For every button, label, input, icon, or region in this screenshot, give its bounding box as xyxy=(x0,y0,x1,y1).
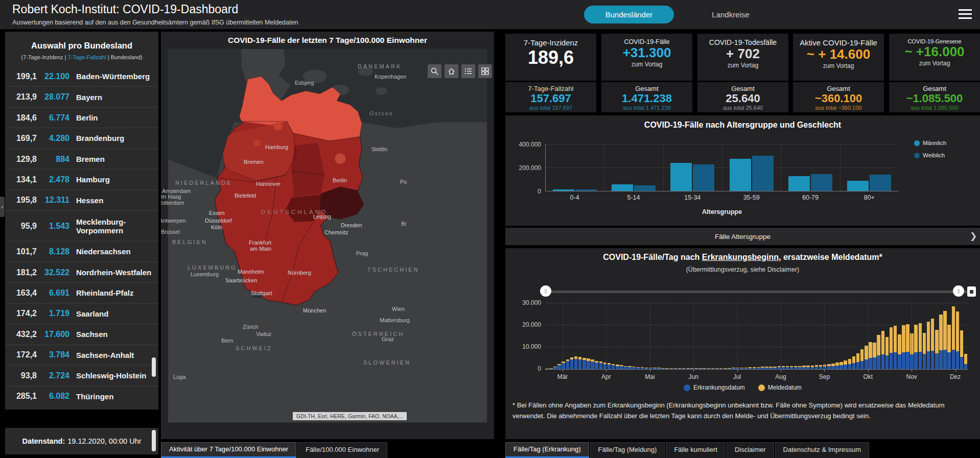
daily-bar-erkrankung[interactable] xyxy=(769,368,773,369)
daily-bar-meldung[interactable] xyxy=(794,366,798,367)
daily-bar-erkrankung[interactable] xyxy=(707,369,711,369)
daily-bar-erkrankung[interactable] xyxy=(582,360,586,369)
daily-bar-meldung[interactable] xyxy=(711,368,715,369)
tab[interactable]: Aktivität über 7 Tage/100.000 Einwohner xyxy=(161,442,296,458)
daily-bar-erkrankung[interactable] xyxy=(736,368,739,369)
daily-bar-erkrankung[interactable] xyxy=(827,366,831,369)
age-bar-weiblich[interactable] xyxy=(575,189,597,191)
daily-bar-erkrankung[interactable] xyxy=(749,368,752,369)
daily-bar-meldung[interactable] xyxy=(732,368,735,368)
legend-meldedatum[interactable]: Meldedatum xyxy=(758,384,802,391)
daily-bar-erkrankung[interactable] xyxy=(852,363,856,369)
daily-bar-meldung[interactable] xyxy=(749,367,752,368)
daily-bar-erkrankung[interactable] xyxy=(869,358,872,369)
map-panel[interactable]: COVID-19-Fälle der letzten 7 Tage/100.00… xyxy=(161,32,494,439)
daily-bar-erkrankung[interactable] xyxy=(670,368,673,369)
slider-handle-right[interactable]: || xyxy=(953,285,964,297)
daily-bar-meldung[interactable] xyxy=(848,359,852,364)
daily-bar-erkrankung[interactable] xyxy=(724,368,727,369)
daily-bar-erkrankung[interactable] xyxy=(587,361,590,369)
daily-bar-meldung[interactable] xyxy=(620,365,623,366)
daily-bar-erkrankung[interactable] xyxy=(624,367,627,369)
daily-bar-meldung[interactable] xyxy=(628,366,632,367)
daily-bar-erkrankung[interactable] xyxy=(765,368,768,369)
daily-bar-meldung[interactable] xyxy=(914,325,918,352)
daily-bar-meldung[interactable] xyxy=(641,367,644,368)
daily-bar-erkrankung[interactable] xyxy=(566,361,570,369)
daily-bar-erkrankung[interactable] xyxy=(947,352,951,369)
daily-bar-erkrankung[interactable] xyxy=(719,369,723,369)
daily-bar-erkrankung[interactable] xyxy=(927,351,930,369)
toggle-bundeslaender[interactable]: Bundesländer xyxy=(584,6,674,23)
daily-bar-meldung[interactable] xyxy=(931,319,935,351)
daily-bar-erkrankung[interactable] xyxy=(906,352,909,369)
daily-bar-erkrankung[interactable] xyxy=(877,355,880,369)
daily-bar-meldung[interactable] xyxy=(927,322,930,352)
fallzahl-link[interactable]: 7-Tage-Fallzahl xyxy=(67,54,106,60)
daily-bar-erkrankung[interactable] xyxy=(570,359,574,369)
daily-bar-meldung[interactable] xyxy=(582,358,586,360)
daily-bar-meldung[interactable] xyxy=(852,356,856,363)
daily-bar-erkrankung[interactable] xyxy=(902,352,905,369)
daily-bar-erkrankung[interactable] xyxy=(608,365,611,369)
daily-bar-erkrankung[interactable] xyxy=(678,369,682,369)
daily-bar-erkrankung[interactable] xyxy=(806,367,810,369)
daily-bar-erkrankung[interactable] xyxy=(964,364,968,369)
daily-bar-meldung[interactable] xyxy=(844,360,847,365)
reset-extent-button[interactable] xyxy=(967,286,976,297)
daily-bar-meldung[interactable] xyxy=(885,337,889,355)
tab[interactable]: Disclaimer xyxy=(727,442,774,458)
daily-bar-meldung[interactable] xyxy=(782,366,785,367)
state-row[interactable]: 195,812.311Hessen xyxy=(5,190,158,210)
daily-bar-erkrankung[interactable] xyxy=(744,368,748,369)
daily-bar-erkrankung[interactable] xyxy=(935,353,939,369)
daily-bar-erkrankung[interactable] xyxy=(894,352,897,369)
daily-bar-erkrankung[interactable] xyxy=(728,368,731,369)
daily-bar-meldung[interactable] xyxy=(612,364,615,365)
daily-bar-erkrankung[interactable] xyxy=(757,368,760,369)
tab[interactable]: Datenschutz & Impressum xyxy=(775,442,869,458)
daily-bar-erkrankung[interactable] xyxy=(599,363,603,369)
state-row[interactable]: 129,8884Bremen xyxy=(5,149,158,169)
daily-bar-meldung[interactable] xyxy=(715,368,719,369)
daily-bar-meldung[interactable] xyxy=(637,367,640,368)
daily-bar-erkrankung[interactable] xyxy=(753,368,756,369)
daily-bar-meldung[interactable] xyxy=(898,334,901,354)
daily-bar-meldung[interactable] xyxy=(769,367,773,368)
daily-bar-meldung[interactable] xyxy=(698,368,702,369)
daily-bar-meldung[interactable] xyxy=(724,368,727,369)
home-icon[interactable] xyxy=(445,64,458,78)
germany-choropleth-map[interactable] xyxy=(161,49,494,439)
daily-bar-meldung[interactable] xyxy=(786,366,789,367)
state-row[interactable]: 93,82.724Schleswig-Holstein xyxy=(5,365,158,385)
daily-bar-erkrankung[interactable] xyxy=(616,366,619,370)
daily-bar-meldung[interactable] xyxy=(964,354,968,365)
daily-bar-meldung[interactable] xyxy=(819,365,823,367)
daily-bar-erkrankung[interactable] xyxy=(645,368,648,370)
daily-bar-erkrankung[interactable] xyxy=(628,367,632,369)
daily-bar-erkrankung[interactable] xyxy=(839,365,843,369)
daily-bar-meldung[interactable] xyxy=(923,333,926,354)
daily-bar-erkrankung[interactable] xyxy=(811,367,814,369)
daily-bar-erkrankung[interactable] xyxy=(545,369,549,369)
daily-bar-erkrankung[interactable] xyxy=(919,352,922,369)
daily-bar-meldung[interactable] xyxy=(827,364,831,366)
daily-bar-erkrankung[interactable] xyxy=(831,366,835,369)
daily-bar-meldung[interactable] xyxy=(728,368,731,369)
daily-bar-meldung[interactable] xyxy=(624,366,627,367)
state-row[interactable]: 134,12.478Hamburg xyxy=(5,169,158,189)
daily-bar-meldung[interactable] xyxy=(599,361,603,363)
age-bar-maennlich[interactable] xyxy=(788,176,810,191)
daily-bar-meldung[interactable] xyxy=(902,325,905,352)
daily-bar-meldung[interactable] xyxy=(595,361,598,363)
daily-bar-meldung[interactable] xyxy=(574,356,578,359)
daily-bar-meldung[interactable] xyxy=(765,367,768,368)
age-bar-weiblich[interactable] xyxy=(634,185,656,191)
daily-bar-erkrankung[interactable] xyxy=(732,368,735,369)
daily-bar-meldung[interactable] xyxy=(703,368,706,369)
daily-bar-erkrankung[interactable] xyxy=(686,369,690,369)
daily-bar-meldung[interactable] xyxy=(736,368,739,368)
daily-bar-erkrankung[interactable] xyxy=(740,368,744,369)
daily-bar-erkrankung[interactable] xyxy=(637,368,640,369)
daily-bar-meldung[interactable] xyxy=(553,367,557,367)
